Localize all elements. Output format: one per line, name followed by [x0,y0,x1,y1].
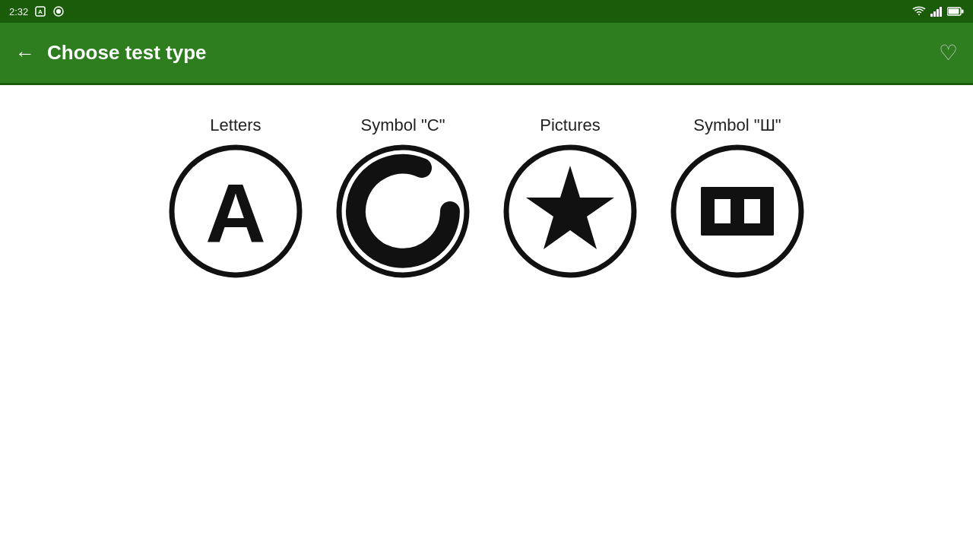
notification-a-icon: A [34,5,46,17]
test-type-symbol-sh-label: Symbol "Ш" [693,115,781,135]
svg-rect-5 [933,11,936,17]
page-title: Choose test type [47,41,207,65]
back-button[interactable]: ← [15,43,35,63]
main-content: Letters A Symbol "C" Pictures [0,85,973,560]
symbol-c-icon [334,143,471,280]
letters-icon: A [167,143,304,280]
test-type-letters-label: Letters [210,115,261,135]
status-bar-left: 2:32 A [9,5,65,17]
wifi-icon [912,6,926,17]
test-type-symbol-c[interactable]: Symbol "C" [334,115,471,280]
svg-rect-6 [937,9,939,17]
svg-point-3 [56,9,61,14]
status-bar-right [912,6,964,17]
svg-rect-20 [701,187,774,199]
svg-text:A: A [205,166,265,259]
symbol-sh-icon [669,143,806,280]
svg-rect-4 [930,14,933,17]
svg-rect-7 [940,7,942,17]
top-bar: ← Choose test type ♡ [0,23,973,85]
svg-rect-10 [962,10,964,14]
svg-rect-21 [701,223,774,236]
battery-icon [947,7,964,16]
test-type-letters[interactable]: Letters A [167,115,304,280]
top-bar-left: ← Choose test type [15,41,207,65]
test-type-symbol-sh[interactable]: Symbol "Ш" [669,115,806,280]
pictures-icon [502,143,639,280]
test-type-pictures-label: Pictures [540,115,600,135]
test-type-pictures[interactable]: Pictures [502,115,639,280]
svg-rect-9 [949,9,959,14]
svg-text:A: A [38,8,43,15]
test-types-row: Letters A Symbol "C" Pictures [167,115,806,280]
test-type-symbol-c-label: Symbol "C" [361,115,445,135]
status-time: 2:32 [9,6,28,17]
circle-record-icon [52,5,65,17]
status-bar: 2:32 A [0,0,973,23]
favorite-button[interactable]: ♡ [939,40,958,65]
signal-icon [930,6,943,17]
